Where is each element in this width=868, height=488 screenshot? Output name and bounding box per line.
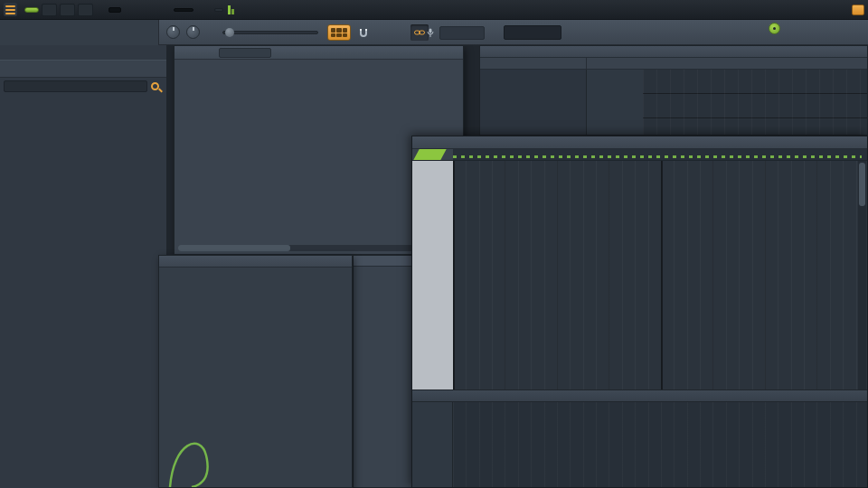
velocity-lane[interactable]	[453, 402, 867, 487]
news-icon[interactable]	[769, 23, 780, 34]
polyphony-indicator	[214, 8, 223, 12]
stop-button[interactable]	[60, 4, 75, 16]
titlebar-tools	[801, 5, 864, 15]
mic-icon[interactable]	[421, 24, 439, 41]
channel-filter-selector[interactable]	[219, 48, 271, 58]
mixer-header[interactable]	[159, 256, 352, 267]
app-menu-icon[interactable]	[4, 3, 17, 16]
velocity-lane-gutter	[412, 402, 453, 487]
loop-marker[interactable]	[453, 155, 862, 158]
browser-toolbar	[0, 60, 166, 78]
controller-selector[interactable]	[439, 26, 485, 40]
search-icon[interactable]	[151, 82, 159, 90]
channel-rack-header[interactable]	[175, 46, 463, 60]
master-volume-knob[interactable]	[166, 25, 180, 39]
master-pitch-knob[interactable]	[186, 25, 200, 39]
lane-grid	[643, 70, 867, 135]
brush-tool-icon[interactable]	[392, 24, 410, 41]
browser-tree	[0, 94, 166, 97]
main-toolbar	[0, 20, 868, 45]
cpu-meter	[228, 5, 234, 14]
playlist-lanes[interactable]	[643, 70, 867, 135]
note-grid[interactable]	[453, 161, 867, 389]
song-mode-toggle[interactable]	[24, 7, 39, 13]
achievements-icon[interactable]	[852, 5, 864, 15]
record-button[interactable]	[78, 4, 93, 16]
project-title[interactable]	[0, 20, 159, 45]
pencil-tool-icon[interactable]	[374, 24, 392, 41]
browser-panel	[0, 45, 167, 488]
time-display[interactable]	[174, 8, 193, 12]
status-indicators	[214, 5, 239, 14]
velocity-grid	[453, 402, 867, 487]
control-lane-header[interactable]	[412, 389, 867, 402]
pattern-list	[480, 70, 587, 135]
shuffle-slider[interactable]	[222, 31, 318, 34]
mixer-track-numbers	[159, 267, 352, 277]
playlist-timeline[interactable]	[587, 58, 867, 70]
channel-list	[175, 60, 463, 61]
routing-cable	[165, 415, 228, 487]
typing-to-piano-button[interactable]	[327, 24, 351, 41]
playlist-window	[479, 45, 868, 136]
piano-keyboard[interactable]	[412, 161, 453, 389]
hint-panel	[769, 23, 864, 34]
track-header-column	[587, 70, 643, 135]
piano-roll-window	[411, 136, 868, 488]
snap-magnet-icon[interactable]	[354, 24, 373, 41]
vertical-scrollbar[interactable]	[858, 161, 866, 389]
grid-lines	[453, 161, 867, 389]
tempo-display[interactable]	[108, 7, 121, 13]
play-button[interactable]	[42, 4, 57, 16]
window-title[interactable]	[354, 256, 413, 267]
title-bar	[0, 0, 868, 20]
piano-roll-timeline[interactable]	[453, 149, 867, 161]
mixer-window	[158, 255, 353, 488]
pattern-panel-toolbar	[480, 58, 587, 70]
note-layer	[453, 293, 867, 305]
pattern-selector[interactable]	[504, 25, 561, 40]
insert-slots-panel	[353, 255, 414, 488]
playlist-header[interactable]	[480, 46, 867, 58]
tags-filter-input[interactable]	[4, 80, 147, 92]
fold-button[interactable]	[412, 149, 453, 161]
piano-roll-header[interactable]	[412, 136, 867, 149]
